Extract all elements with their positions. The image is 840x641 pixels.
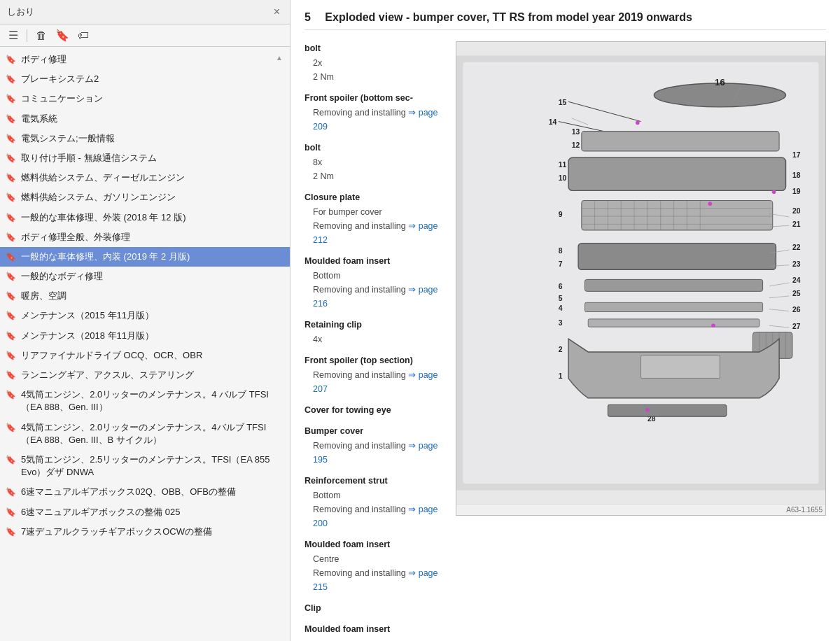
part-name: bolt — [304, 41, 444, 55]
svg-text:1: 1 — [559, 372, 563, 380]
sidebar-item-14[interactable]: 🔖メンテナンス（2015 年11月版） — [0, 306, 290, 325]
svg-text:16: 16 — [715, 77, 725, 87]
part-entry-front_spoiler_bottom: Front spoiler (bottom sec-Removing and i… — [304, 91, 444, 134]
part-link[interactable]: ⇒ page 212 — [313, 221, 438, 245]
bookmark-icon: 🔖 — [6, 330, 17, 342]
svg-text:6: 6 — [559, 283, 563, 290]
part-link[interactable]: ⇒ page 200 — [313, 505, 438, 528]
sidebar-item-17[interactable]: 🔖ランニングギア、アクスル、ステアリング — [0, 365, 290, 385]
sidebar-item-label: 電気系統 — [21, 113, 283, 125]
bookmark-icon: 🔖 — [6, 232, 17, 244]
sidebar-item-8[interactable]: 🔖燃料供給システム、ガソリンエンジン — [0, 188, 290, 207]
svg-text:19: 19 — [792, 188, 801, 195]
svg-text:18: 18 — [792, 171, 801, 179]
bookmark-icon: 🔖 — [6, 526, 17, 538]
part-detail: 2 Nm — [304, 70, 444, 84]
sidebar-item-10[interactable]: 🔖ボディ修理全般、外装修理 — [0, 227, 290, 247]
bookmark-icon: 🔖 — [6, 212, 17, 224]
svg-text:24: 24 — [792, 276, 801, 284]
part-link-line: Removing and installing ⇒ page 216 — [304, 283, 444, 311]
sidebar-item-13[interactable]: 🔖暖房、空調 — [0, 286, 290, 306]
part-name: Retaining clip — [304, 318, 444, 332]
sidebar-item-4[interactable]: 🔖電気系統 — [0, 109, 290, 129]
bookmark-icon: 🔖 — [6, 192, 17, 204]
sidebar-item-20[interactable]: 🔖5気筒エンジン、2.5リッターのメンテナンス。TFSI（EA 855 Evo）… — [0, 450, 290, 482]
svg-text:4: 4 — [559, 304, 563, 312]
sidebar-item-label: ボディ修理 — [21, 53, 273, 66]
bookmark-star-icon[interactable]: 🏷 — [76, 28, 90, 43]
sidebar-item-label: 7速デュアルクラッチギアボックスOCWの整備 — [21, 526, 283, 538]
bookmark-icon: 🔖 — [6, 251, 17, 263]
svg-rect-8 — [582, 132, 779, 151]
sidebar-item-23[interactable]: 🔖7速デュアルクラッチギアボックスOCWの整備 — [0, 522, 290, 542]
sidebar-item-19[interactable]: 🔖4気筒エンジン、2.0リッターのメンテナンス。4バルブ TFSI（EA 888… — [0, 418, 290, 450]
part-link-line: Removing and installing ⇒ page 212 — [304, 219, 444, 247]
part-entry-retaining_clip: Retaining clip4x — [304, 318, 444, 346]
sidebar-header: しおり × — [0, 0, 290, 24]
bookmark-icon: 🔖 — [6, 507, 17, 519]
part-link[interactable]: ⇒ page 207 — [313, 370, 438, 394]
bookmark-icon: 🔖 — [6, 422, 17, 434]
svg-text:23: 23 — [792, 260, 801, 268]
part-entry-front_spoiler_top: Front spoiler (top section)Removing and … — [304, 353, 444, 396]
sidebar-title: しおり — [7, 6, 34, 18]
delete-icon[interactable]: 🗑 — [34, 28, 48, 43]
svg-text:22: 22 — [792, 244, 801, 251]
diagram-container: 16 15 14 13 12 17 18 19 — [456, 41, 826, 516]
sidebar-item-1[interactable]: 🔖ボディ修理▲ — [0, 50, 290, 69]
part-link[interactable]: ⇒ page 209 — [313, 108, 438, 132]
svg-rect-57 — [641, 355, 720, 379]
part-link[interactable]: ⇒ page 216 — [313, 285, 438, 309]
sidebar-item-21[interactable]: 🔖6速マニュアルギアボックス02Q、OBB、OFBの整備 — [0, 482, 290, 502]
part-link[interactable]: ⇒ page 195 — [313, 441, 438, 465]
svg-text:27: 27 — [792, 323, 801, 330]
diagram-image: 16 15 14 13 12 17 18 19 — [456, 42, 825, 504]
part-name: Moulded foam insert — [304, 622, 444, 636]
part-link[interactable]: ⇒ page 215 — [313, 568, 438, 592]
part-link-line: Removing and installing ⇒ page 207 — [304, 368, 444, 396]
bookmark-icon: 🔖 — [6, 113, 17, 125]
sidebar-item-label: ブレーキシステム2 — [21, 73, 283, 85]
sidebar-item-22[interactable]: 🔖6速マニュアルギアボックスの整備 025 — [0, 502, 290, 522]
part-detail: Centre — [304, 552, 444, 566]
sidebar-item-18[interactable]: 🔖4気筒エンジン、2.0リッターのメンテナンス。4 バルブ TFSI（EA 88… — [0, 385, 290, 417]
sidebar-item-7[interactable]: 🔖燃料供給システム、ディーゼルエンジン — [0, 168, 290, 188]
sidebar-item-label: ランニングギア、アクスル、ステアリング — [21, 369, 283, 381]
sidebar-item-12[interactable]: 🔖一般的なボディ修理 — [0, 267, 290, 286]
list-icon[interactable]: ☰ — [7, 27, 20, 43]
part-detail: Bottom — [304, 269, 444, 283]
part-detail: For bumper cover — [304, 205, 444, 219]
sidebar-item-11[interactable]: 🔖一般的な車体修理、内装 (2019 年 2 月版) — [0, 247, 290, 267]
svg-point-70 — [636, 121, 640, 125]
part-detail: 2x — [304, 56, 444, 70]
svg-rect-46 — [588, 319, 760, 327]
sidebar-item-2[interactable]: 🔖ブレーキシステム2 — [0, 69, 290, 89]
svg-text:15: 15 — [559, 99, 567, 106]
content-body: bolt2x2 NmFront spoiler (bottom sec-Remo… — [304, 41, 826, 641]
svg-text:21: 21 — [792, 220, 801, 228]
bookmark-icon: 🔖 — [6, 93, 17, 105]
part-detail: 8x — [304, 155, 444, 169]
bookmark-icon: 🔖 — [6, 73, 17, 85]
sidebar-item-label: コミュニケーション — [21, 92, 283, 105]
close-button[interactable]: × — [271, 4, 283, 20]
bookmark-add-icon[interactable]: 🔖 — [54, 27, 71, 43]
sidebar-item-3[interactable]: 🔖コミュニケーション — [0, 89, 290, 108]
part-name: Front spoiler (top section) — [304, 353, 444, 367]
sidebar-item-15[interactable]: 🔖メンテナンス（2018 年11月版） — [0, 326, 290, 346]
bookmark-icon: 🔖 — [6, 350, 17, 362]
part-entry-cover_towing: Cover for towing eye — [304, 403, 444, 417]
sidebar-item-label: 4気筒エンジン、2.0リッターのメンテナンス。4 バルブ TFSI（EA 888… — [21, 388, 283, 414]
sidebar-item-label: 暖房、空調 — [21, 290, 283, 302]
bookmark-icon: 🔖 — [6, 271, 17, 283]
sidebar-item-6[interactable]: 🔖取り付け手順 - 無線通信システム — [0, 148, 290, 168]
sidebar-item-label: 一般的な車体修理、内装 (2019 年 2 月版) — [21, 251, 283, 263]
sidebar-item-5[interactable]: 🔖電気システム;一般情報 — [0, 129, 290, 148]
part-entry-closure_plate: Closure plateFor bumper coverRemoving an… — [304, 190, 444, 247]
part-name: Bumper cover — [304, 424, 444, 438]
svg-text:14: 14 — [549, 118, 557, 126]
sidebar-item-9[interactable]: 🔖一般的な車体修理、外装 (2018 年 12 版) — [0, 208, 290, 227]
sidebar-item-16[interactable]: 🔖リアファイナルドライブ OCQ、OCR、OBR — [0, 346, 290, 365]
exploded-view-svg: 16 15 14 13 12 17 18 19 — [456, 42, 825, 504]
part-name: Clip — [304, 601, 444, 615]
